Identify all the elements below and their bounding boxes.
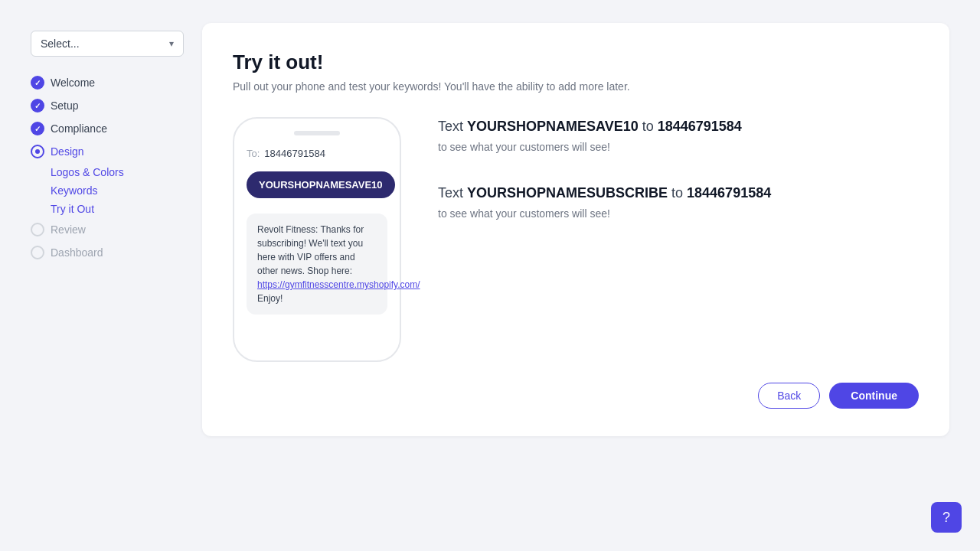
sidebar-item-design-label: Design [51,145,84,158]
instruction-keyword-1: YOURSHOPNAMESAVE10 [467,119,639,134]
instruction-text-2: Text YOURSHOPNAMESUBSCRIBE to 1844679158… [438,184,919,203]
footer-buttons: Back Continue [758,383,919,409]
sidebar-item-setup-label: Setup [51,99,79,112]
chevron-down-icon: ▾ [169,38,174,49]
instruction-block-1: Text YOURSHOPNAMESAVE10 to 18446791584 t… [438,117,919,153]
sidebar-item-compliance[interactable]: Compliance [31,118,184,139]
instruction-text-1: Text YOURSHOPNAMESAVE10 to 18446791584 [438,117,919,136]
back-button[interactable]: Back [758,383,820,409]
sidebar: Select... ▾ Welcome Setup Compliance De [31,23,184,436]
select-placeholder: Select... [41,37,80,50]
help-icon: ? [942,510,950,526]
instruction-sub-2: to see what your customers will see! [438,207,919,220]
content-area: To: 18446791584 YOURSHOPNAMESAVE10 Revol… [233,117,919,362]
phone-keyword-button: YOURSHOPNAMESAVE10 [247,171,395,198]
page-subtitle: Pull out your phone and test your keywor… [233,80,919,93]
help-button[interactable]: ? [931,502,962,533]
design-sub-nav: Logos & Colors Keywords Try it Out [51,164,184,217]
dot-active-icon [31,145,44,158]
nav-list: Welcome Setup Compliance Design Logos & … [31,72,184,263]
sidebar-item-logos-colors[interactable]: Logos & Colors [51,164,184,181]
phone-message-text: Revolt Fitness: Thanks for subscribing! … [257,224,364,276]
sidebar-item-welcome[interactable]: Welcome [31,72,184,93]
check-icon [31,99,44,112]
phone-to-label: To: [247,148,260,159]
phone-message-suffix: Enjoy! [257,293,283,304]
check-icon [31,76,44,90]
sidebar-item-keywords[interactable]: Keywords [51,182,184,199]
sidebar-item-try-it-out[interactable]: Try it Out [51,201,184,217]
sidebar-item-dashboard[interactable]: Dashboard [31,242,184,263]
sidebar-item-design[interactable]: Design [31,141,184,162]
phone-to-number: 18446791584 [264,148,325,159]
instruction-keyword-2: YOURSHOPNAMESUBSCRIBE [467,185,668,201]
instruction-number-2: 18446791584 [687,185,771,201]
sidebar-item-review[interactable]: Review [31,219,184,240]
sidebar-item-compliance-label: Compliance [51,122,107,135]
dot-gray-icon [31,223,44,236]
main-card: Try it out! Pull out your phone and test… [202,23,949,436]
check-icon [31,122,44,135]
instruction-middle-2: to [668,185,687,201]
sidebar-item-setup[interactable]: Setup [31,95,184,116]
instruction-block-2: Text YOURSHOPNAMESUBSCRIBE to 1844679158… [438,184,919,220]
sidebar-item-review-label: Review [51,223,86,236]
phone-to-row: To: 18446791584 [247,148,387,159]
phone-top-bar [294,131,340,135]
continue-button[interactable]: Continue [829,383,919,409]
phone-mockup: To: 18446791584 YOURSHOPNAMESAVE10 Revol… [233,117,401,362]
instruction-sub-1: to see what your customers will see! [438,141,919,153]
instructions-area: Text YOURSHOPNAMESAVE10 to 18446791584 t… [438,117,919,220]
phone-message-bubble: Revolt Fitness: Thanks for subscribing! … [247,214,387,315]
instruction-number-1: 18446791584 [658,119,742,134]
instruction-prefix-2: Text [438,185,467,201]
instruction-prefix-1: Text [438,119,467,134]
instruction-middle-1: to [639,119,658,134]
select-dropdown[interactable]: Select... ▾ [31,31,184,57]
phone-message-link[interactable]: https://gymfitnesscentre.myshopify.com/ [257,279,420,290]
sidebar-item-welcome-label: Welcome [51,77,95,89]
sidebar-item-dashboard-label: Dashboard [51,246,103,259]
page-title: Try it out! [233,51,919,74]
dot-gray-icon [31,246,44,259]
